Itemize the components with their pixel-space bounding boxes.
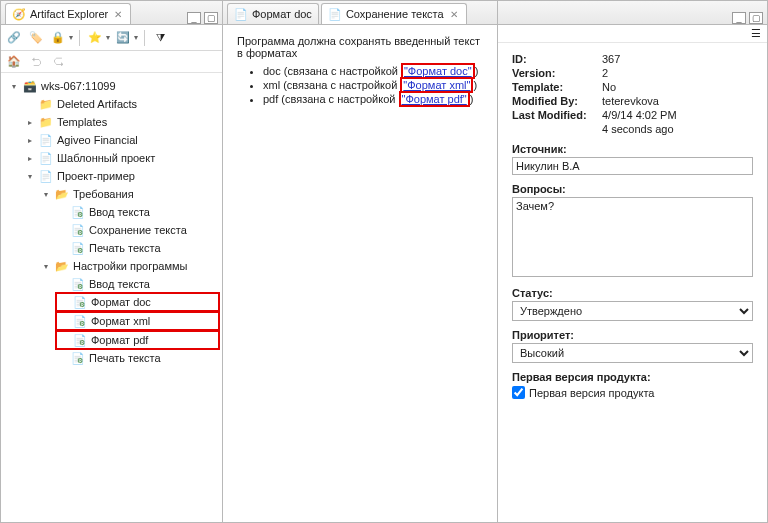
priority-select[interactable]: Высокий [512,343,753,363]
tree-item-pech2[interactable]: Печать текста [55,349,220,367]
label-source: Источник: [512,143,753,155]
properties-toolbar: ☰ [498,25,767,43]
tree-item-sokhr[interactable]: Сохранение текста [55,221,220,239]
label-template: Template: [512,81,602,93]
tree-icon: 🧭 [12,7,26,21]
tree-item-agiveo[interactable]: ▸Agiveo Financial [23,131,220,149]
maximize-button[interactable]: ▢ [204,12,218,24]
label-status: Статус: [512,287,753,299]
status-select[interactable]: Утверждено [512,301,753,321]
artifact-icon [70,276,86,292]
tree-item-format-pdf[interactable]: Формат pdf [55,330,220,350]
list-item: doc (связана с настройкой "Формат doc") [263,65,483,77]
lock-icon[interactable]: 🔒 [49,29,67,47]
questions-textarea[interactable]: Зачем? [512,197,753,277]
artifact-icon: 📄 [234,7,248,21]
tree-item-project[interactable]: ▾Проект-пример [23,167,220,185]
twisty-expanded-icon[interactable]: ▾ [9,82,19,91]
artifact-icon: 📄 [328,7,342,21]
tab-artifact-explorer[interactable]: 🧭 Artifact Explorer ✕ [5,3,131,24]
label-version: Version: [512,67,602,79]
tree-item-vvod2[interactable]: Ввод текста [55,275,220,293]
tab-label: Artifact Explorer [30,8,108,20]
value-ago: 4 seconds ago [602,123,674,135]
label-questions: Вопросы: [512,183,753,195]
twisty-collapsed-icon[interactable]: ▸ [25,136,35,145]
twisty-expanded-icon[interactable]: ▾ [41,190,51,199]
artifact-icon [72,332,88,348]
tree-item-requirements[interactable]: ▾Требования [39,185,220,203]
tree-item-format-doc[interactable]: Формат doc [55,292,220,312]
value-template: No [602,81,616,93]
link-format-pdf[interactable]: "Формат pdf" [399,91,470,107]
minimize-button[interactable]: _ [732,12,746,24]
filter-icon[interactable]: ⧩ [151,29,169,47]
forward-icon[interactable]: ⮎ [49,53,67,71]
separator [144,30,145,46]
tree-item-format-xml[interactable]: Формат xml [55,311,220,331]
document-icon [38,150,54,166]
twisty-expanded-icon[interactable]: ▾ [25,172,35,181]
left-toolbar-nav: 🏠 ⮌ ⮎ [1,51,222,73]
maximize-button[interactable]: ▢ [749,12,763,24]
tree-item-nastroiki[interactable]: ▾Настройки программы [39,257,220,275]
tab-format-doc[interactable]: 📄 Формат doc [227,3,319,24]
value-version: 2 [602,67,608,79]
tag-icon[interactable]: 🏷️ [27,29,45,47]
tree-item-shablon[interactable]: ▸Шаблонный проект [23,149,220,167]
artifact-icon [70,350,86,366]
chevron-down-icon[interactable]: ▾ [106,33,110,42]
artifact-icon [70,240,86,256]
minimize-button[interactable]: _ [187,12,201,24]
tab-sokhranenie[interactable]: 📄 Сохранение текста ✕ [321,3,467,24]
document-icon [38,132,54,148]
list-item: xml (связана с настройкой "Формат xml") [263,79,483,91]
star-icon[interactable]: ⭐ [86,29,104,47]
twisty-expanded-icon[interactable]: ▾ [41,262,51,271]
artifact-tree[interactable]: ▾wks-067:11099 Deleted Artifacts ▸Templa… [1,73,222,522]
properties-pane: _ ▢ ☰ ID:367 Version:2 Template:No Modif… [498,1,767,522]
format-list: doc (связана с настройкой "Формат doc") … [237,65,483,105]
chevron-down-icon[interactable]: ▾ [69,33,73,42]
left-toolbar: 🔗 🏷️ 🔒▾ ⭐▾ 🔄▾ ⧩ [1,25,222,51]
description-text: Программа должна сохранять введенный тек… [237,35,483,59]
document-icon [38,168,54,184]
left-tabbar: 🧭 Artifact Explorer ✕ _ ▢ [1,1,222,25]
folder-icon [38,114,54,130]
twisty-collapsed-icon[interactable]: ▸ [25,154,35,163]
artifact-explorer-pane: 🧭 Artifact Explorer ✕ _ ▢ 🔗 🏷️ 🔒▾ ⭐▾ 🔄▾ … [1,1,223,522]
editor-pane: 📄 Формат doc 📄 Сохранение текста ✕ Прогр… [223,1,498,522]
back-icon[interactable]: ⮌ [27,53,45,71]
properties-body: ID:367 Version:2 Template:No Modified By… [498,43,767,522]
folder-icon [38,96,54,112]
tree-root[interactable]: ▾wks-067:11099 [7,77,220,95]
folder-open-icon [54,258,70,274]
tab-label: Сохранение текста [346,8,444,20]
editor-tabbar: 📄 Формат doc 📄 Сохранение текста ✕ [223,1,497,25]
label-id: ID: [512,53,602,65]
label-first-version: Первая версия продукта: [512,371,753,383]
tree-item-templates[interactable]: ▸Templates [23,113,220,131]
value-last-modified: 4/9/14 4:02 PM [602,109,677,121]
chevron-down-icon[interactable]: ▾ [134,33,138,42]
label-modified-by: Modified By: [512,95,602,107]
link-icon[interactable]: 🔗 [5,29,23,47]
value-id: 367 [602,53,620,65]
first-version-checkbox-label: Первая версия продукта [529,387,654,399]
tree-item-pech1[interactable]: Печать текста [55,239,220,257]
editor-content[interactable]: Программа должна сохранять введенный тек… [223,25,497,522]
menu-icon[interactable]: ☰ [749,27,763,41]
close-icon[interactable]: ✕ [448,9,460,20]
source-input[interactable] [512,157,753,175]
first-version-checkbox-wrap[interactable]: Первая версия продукта [512,386,753,399]
label-last-modified: Last Modified: [512,109,602,121]
first-version-checkbox[interactable] [512,386,525,399]
home-icon[interactable]: 🏠 [5,53,23,71]
tree-item-deleted[interactable]: Deleted Artifacts [23,95,220,113]
artifact-icon [72,313,88,329]
twisty-collapsed-icon[interactable]: ▸ [25,118,35,127]
close-icon[interactable]: ✕ [112,9,124,20]
refresh-icon[interactable]: 🔄 [114,29,132,47]
separator [79,30,80,46]
tree-item-vvod1[interactable]: Ввод текста [55,203,220,221]
